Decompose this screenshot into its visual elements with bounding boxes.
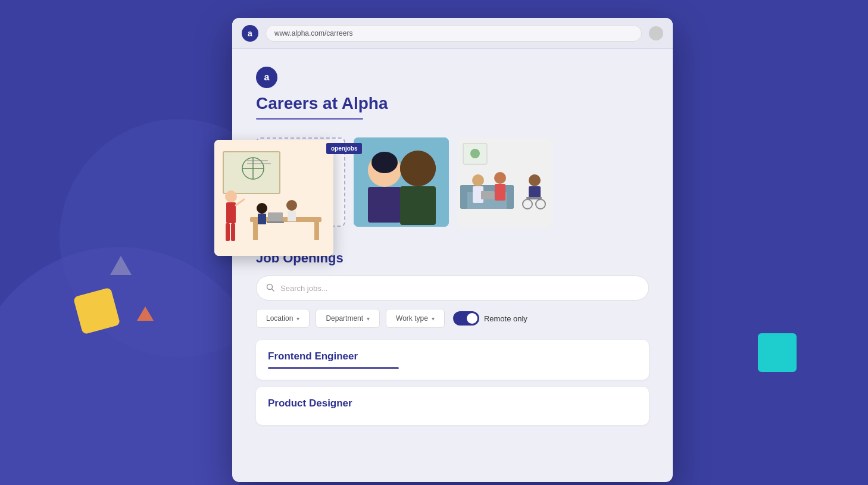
svg-point-7 [225, 190, 237, 202]
page-content-area: a Careers at Alpha + [232, 49, 673, 482]
job-title-designer: Product Designer [268, 398, 637, 409]
remote-only-toggle[interactable] [453, 311, 479, 326]
browser-action-button [649, 26, 663, 40]
svg-point-36 [472, 174, 484, 186]
svg-rect-38 [481, 191, 494, 199]
browser-logo: a [242, 25, 258, 42]
browser-url-bar[interactable]: www.alpha.com/carreers [266, 25, 642, 42]
svg-rect-11 [231, 223, 235, 241]
svg-rect-40 [495, 184, 505, 201]
search-icon [266, 283, 274, 293]
site-logo: a [256, 67, 277, 88]
job-card-designer[interactable]: Product Designer [256, 387, 649, 425]
browser-bar: a www.alpha.com/carreers [232, 18, 673, 49]
toggle-thumb [467, 313, 477, 324]
svg-rect-35 [507, 185, 514, 209]
floating-classroom-image [214, 140, 333, 256]
search-placeholder-text: Search jobs... [280, 284, 328, 293]
svg-rect-16 [258, 214, 266, 224]
job-search-bar[interactable]: Search jobs... [256, 276, 649, 301]
svg-rect-10 [226, 223, 230, 241]
gallery-image-office [457, 137, 552, 227]
svg-point-17 [286, 200, 297, 211]
svg-point-28 [400, 153, 436, 184]
svg-rect-34 [460, 185, 467, 209]
job-card-frontend[interactable]: Frontend Engineer [256, 340, 649, 380]
svg-point-31 [470, 149, 480, 158]
svg-point-25 [371, 152, 398, 173]
svg-rect-18 [288, 211, 296, 221]
remote-only-toggle-container: Remote only [453, 311, 527, 326]
svg-rect-20 [267, 221, 284, 223]
svg-rect-13 [253, 222, 258, 240]
svg-point-39 [494, 172, 506, 184]
svg-point-15 [257, 203, 267, 214]
location-filter[interactable]: Location [256, 309, 310, 328]
openjobs-badge: openjobs [326, 143, 362, 154]
svg-line-47 [272, 289, 274, 291]
svg-rect-27 [400, 186, 436, 225]
svg-point-41 [529, 174, 541, 186]
svg-rect-19 [268, 212, 283, 222]
deco-triangle-orange-icon [137, 306, 154, 321]
work-type-filter[interactable]: Work type [386, 309, 445, 328]
svg-rect-8 [226, 202, 236, 223]
department-filter[interactable]: Department [316, 309, 380, 328]
remote-only-label: Remote only [484, 314, 527, 323]
page-title: Careers at Alpha [256, 94, 649, 113]
svg-rect-14 [314, 222, 319, 240]
svg-rect-45 [526, 197, 542, 199]
filter-row: Location Department Work type Remote onl… [256, 309, 649, 328]
job-underline-frontend [268, 367, 399, 369]
deco-teal-rectangle-icon [758, 333, 797, 372]
gallery-image-team [354, 137, 449, 227]
job-title-frontend: Frontend Engineer [268, 351, 637, 362]
svg-rect-23 [368, 187, 401, 223]
deco-triangle-gray-icon [110, 256, 132, 275]
title-underline [256, 118, 363, 120]
url-text: www.alpha.com/carreers [274, 29, 352, 37]
